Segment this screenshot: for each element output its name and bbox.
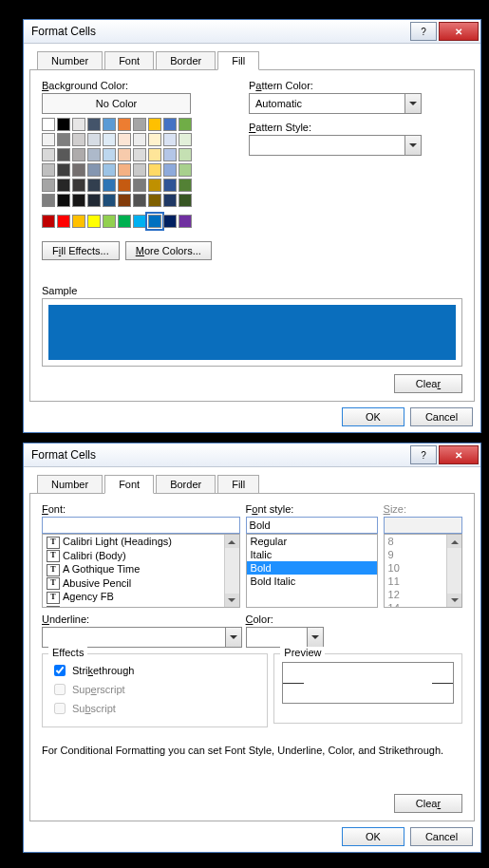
color-swatch[interactable] (42, 215, 55, 228)
chevron-down-icon[interactable] (404, 94, 421, 113)
cancel-button[interactable]: Cancel (410, 407, 473, 426)
color-swatch[interactable] (163, 163, 177, 177)
color-swatch[interactable] (148, 118, 161, 131)
color-swatch[interactable] (42, 148, 55, 161)
superscript-checkbox[interactable]: Superscript (50, 681, 259, 698)
size-listbox[interactable]: 8910111214 (384, 534, 462, 608)
list-item[interactable]: Bold Italic (247, 575, 377, 588)
subscript-checkbox[interactable]: Subscript (50, 700, 259, 717)
color-swatch[interactable] (118, 148, 131, 161)
close-button[interactable]: ✕ (439, 445, 479, 464)
pattern-style-combo[interactable] (249, 135, 422, 156)
color-swatch[interactable] (72, 194, 85, 207)
titlebar[interactable]: Format Cells ? ✕ (24, 443, 480, 467)
color-swatch[interactable] (57, 179, 70, 192)
color-swatch[interactable] (148, 133, 161, 146)
help-button[interactable]: ? (410, 445, 437, 464)
color-swatch[interactable] (103, 163, 116, 177)
color-swatch[interactable] (179, 133, 192, 146)
color-swatch[interactable] (87, 194, 101, 207)
color-swatch[interactable] (42, 118, 55, 131)
font-style-input[interactable] (246, 517, 378, 534)
color-swatch[interactable] (103, 118, 116, 131)
color-swatch[interactable] (118, 215, 131, 228)
color-swatch[interactable] (133, 118, 146, 131)
color-swatch[interactable] (72, 118, 85, 131)
color-swatch[interactable] (118, 118, 131, 131)
cancel-button[interactable]: Cancel (410, 827, 473, 846)
color-swatch[interactable] (103, 194, 116, 207)
tab-fill[interactable]: Fill (217, 51, 259, 70)
strikethrough-checkbox[interactable]: Strikethrough (50, 662, 259, 679)
color-swatch[interactable] (133, 215, 146, 228)
color-swatch[interactable] (72, 133, 85, 146)
color-swatch[interactable] (179, 215, 192, 228)
tab-number[interactable]: Number (37, 475, 103, 494)
more-colors-button[interactable]: More Colors... (125, 241, 212, 260)
color-swatch[interactable] (87, 179, 101, 192)
underline-combo[interactable] (42, 627, 242, 648)
color-swatch[interactable] (163, 194, 177, 207)
color-swatch[interactable] (163, 179, 177, 192)
titlebar[interactable]: Format Cells ? ✕ (24, 20, 480, 44)
color-swatch[interactable] (133, 148, 146, 161)
color-swatch[interactable] (87, 215, 101, 228)
color-swatch[interactable] (118, 133, 131, 146)
color-swatch[interactable] (118, 194, 131, 207)
color-swatch[interactable] (103, 179, 116, 192)
list-item[interactable]: TAharoni (43, 604, 239, 608)
color-swatch[interactable] (42, 179, 55, 192)
color-swatch[interactable] (103, 215, 116, 228)
color-swatch[interactable] (179, 194, 192, 207)
color-swatch[interactable] (57, 163, 70, 177)
color-swatch[interactable] (42, 194, 55, 207)
color-swatch[interactable] (179, 179, 192, 192)
chevron-down-icon[interactable] (404, 136, 421, 155)
color-swatch[interactable] (87, 118, 101, 131)
color-swatch[interactable] (163, 215, 177, 228)
clear-button[interactable]: Clear (394, 374, 462, 393)
color-swatch[interactable] (57, 133, 70, 146)
ok-button[interactable]: OK (342, 827, 404, 846)
color-swatch[interactable] (148, 163, 161, 177)
size-input[interactable] (384, 517, 462, 534)
color-swatch[interactable] (57, 118, 70, 131)
font-input[interactable] (42, 517, 240, 534)
color-swatch[interactable] (57, 194, 70, 207)
color-swatch[interactable] (148, 194, 161, 207)
color-swatch[interactable] (163, 118, 177, 131)
font-listbox[interactable]: TCalibri Light (Headings)TCalibri (Body)… (42, 534, 240, 608)
color-swatch[interactable] (72, 179, 85, 192)
color-swatch[interactable] (87, 133, 101, 146)
color-swatch[interactable] (118, 163, 131, 177)
color-swatch[interactable] (103, 133, 116, 146)
color-swatch[interactable] (179, 148, 192, 161)
color-swatch[interactable] (133, 179, 146, 192)
color-swatch[interactable] (133, 194, 146, 207)
color-swatch[interactable] (179, 163, 192, 177)
color-combo[interactable] (246, 627, 324, 648)
list-item[interactable]: Italic (247, 548, 377, 561)
tab-font[interactable]: Font (104, 51, 154, 70)
help-button[interactable]: ? (410, 22, 437, 41)
color-swatch[interactable] (42, 133, 55, 146)
color-swatch[interactable] (179, 118, 192, 131)
color-swatch[interactable] (163, 148, 177, 161)
color-swatch[interactable] (87, 163, 101, 177)
color-swatch[interactable] (57, 148, 70, 161)
color-swatch[interactable] (72, 163, 85, 177)
color-swatch[interactable] (87, 148, 101, 161)
tab-font[interactable]: Font (104, 475, 154, 494)
color-swatch[interactable] (42, 163, 55, 177)
pattern-color-combo[interactable]: Automatic (249, 93, 422, 114)
ok-button[interactable]: OK (342, 407, 404, 426)
color-swatch[interactable] (133, 163, 146, 177)
color-swatch[interactable] (163, 133, 177, 146)
color-swatch[interactable] (103, 148, 116, 161)
color-swatch[interactable] (57, 215, 70, 228)
tab-border[interactable]: Border (156, 51, 216, 70)
color-swatch[interactable] (72, 215, 85, 228)
list-item[interactable]: TCalibri (Body) (43, 549, 239, 563)
color-swatch[interactable] (133, 133, 146, 146)
no-color-button[interactable]: No Color (42, 93, 191, 114)
